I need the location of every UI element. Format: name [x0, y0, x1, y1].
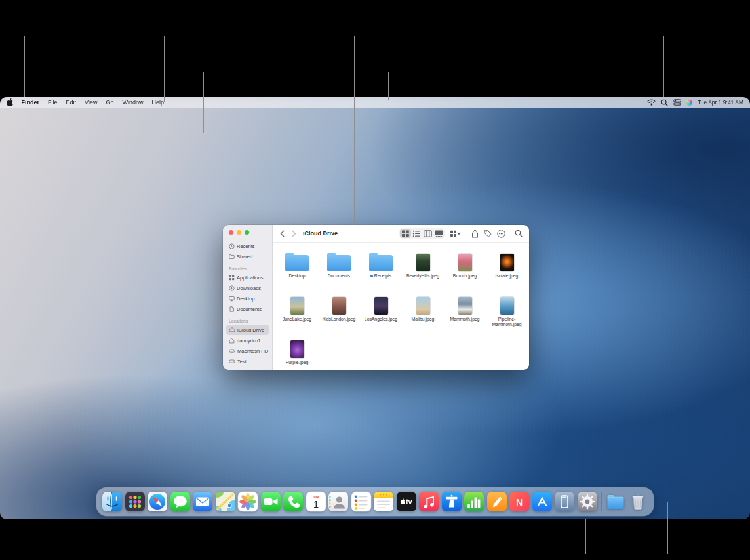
dock-right — [605, 491, 649, 512]
callout-line-5 — [388, 72, 389, 100]
view-list-button[interactable] — [411, 229, 422, 238]
share-button[interactable] — [471, 230, 479, 238]
view-columns-button[interactable] — [422, 229, 433, 238]
dock-keynote[interactable] — [441, 491, 462, 512]
menu-window[interactable]: Window — [118, 99, 148, 106]
dock-messages[interactable] — [170, 491, 191, 512]
dock-photos[interactable] — [237, 491, 258, 512]
menu-go[interactable]: Go — [102, 99, 118, 106]
more-button[interactable] — [497, 230, 505, 238]
sidebar-item-label: Documents — [237, 306, 262, 312]
siri-icon[interactable] — [686, 100, 692, 106]
dock-music[interactable] — [418, 491, 439, 512]
svg-text:Tue: Tue — [313, 495, 319, 499]
disk-icon — [229, 348, 235, 353]
file-grid: DesktopDocumentsReceiptsBeverlyHills.jpe… — [273, 243, 529, 370]
sidebar-item-desktop[interactable]: Desktop — [226, 293, 269, 304]
file-label: KidsLondon.jpeg — [323, 317, 356, 322]
file-losangeles-jpeg[interactable]: LosAngeles.jpeg — [360, 290, 402, 333]
folder-icon — [327, 255, 351, 271]
dock-trash[interactable] — [627, 491, 648, 512]
file-label: JuneLake.jpeg — [283, 317, 311, 322]
sidebar-item-dannyrico1[interactable]: dannyrico1 — [226, 335, 269, 346]
file-documents[interactable]: Documents — [318, 247, 360, 290]
apple-menu-icon[interactable] — [7, 98, 13, 106]
dock-numbers[interactable] — [464, 491, 484, 512]
close-button[interactable] — [229, 230, 233, 235]
dock-safari[interactable] — [147, 491, 168, 512]
dock-contacts[interactable] — [328, 491, 349, 512]
forward-button[interactable] — [291, 230, 297, 237]
file-pipeline-mammoth-jpeg[interactable]: Pipeline-Mammoth.jpeg — [486, 290, 528, 333]
dock-downloads[interactable] — [605, 491, 626, 512]
minimize-button[interactable] — [237, 230, 241, 235]
dock-notes[interactable] — [373, 491, 394, 512]
file-malibu-jpeg[interactable]: Malibu.jpeg — [402, 290, 444, 333]
toolbar-actions — [471, 230, 505, 238]
sidebar-item-label: dannyrico1 — [237, 338, 261, 344]
dock-mail[interactable] — [192, 491, 213, 512]
dock-finder[interactable] — [102, 491, 123, 512]
sidebar-item-icloud-drive[interactable]: iCloud Drive — [226, 325, 269, 335]
menu-bar: FinderFileEditViewGoWindowHelp Tue Apr 1… — [0, 97, 750, 108]
dock-iphone-mirroring[interactable] — [554, 491, 575, 512]
menu-view[interactable]: View — [81, 99, 102, 106]
applications-icon — [229, 275, 235, 281]
file-label: Isolate.jpeg — [496, 273, 519, 279]
dock-phone[interactable] — [283, 491, 304, 512]
control-center-icon[interactable] — [673, 99, 681, 106]
menu-help[interactable]: Help — [148, 99, 168, 106]
dock-tv[interactable]: tv — [396, 491, 417, 512]
menu-finder[interactable]: Finder — [17, 99, 44, 106]
dock-app-store[interactable] — [532, 491, 553, 512]
menu-file[interactable]: File — [44, 99, 62, 106]
spotlight-icon[interactable] — [661, 99, 668, 106]
toolbar-nav — [279, 230, 297, 237]
dock-reminders[interactable] — [351, 491, 372, 512]
file-desktop[interactable]: Desktop — [276, 247, 318, 290]
file-label: Mammoth.jpeg — [450, 317, 480, 322]
sidebar-item-label: Shared — [237, 254, 252, 260]
sidebar-item-test[interactable]: Test — [226, 356, 269, 367]
menu-edit[interactable]: Edit — [62, 99, 81, 106]
dock-maps[interactable] — [215, 491, 236, 512]
sidebar-item-downloads[interactable]: Downloads — [226, 283, 269, 293]
sidebar-item-documents[interactable]: Documents — [226, 304, 269, 314]
sidebar-item-macintosh-hd[interactable]: Macintosh HD — [226, 346, 269, 356]
search-button[interactable] — [515, 230, 523, 237]
image-thumbnail — [500, 254, 514, 271]
file-mammoth-jpeg[interactable]: Mammoth.jpeg — [444, 290, 486, 333]
menubar-status-area: Tue Apr 1 9:41 AM — [647, 99, 743, 106]
file-isolate-jpeg[interactable]: Isolate.jpeg — [486, 247, 528, 290]
dock-pages[interactable] — [486, 491, 507, 512]
view-gallery-button[interactable] — [433, 229, 444, 238]
dock-launchpad[interactable] — [125, 491, 146, 512]
file-kidslondon-jpeg[interactable]: KidsLondon.jpeg — [318, 290, 360, 333]
file-beverlyhills-jpeg[interactable]: BeverlyHills.jpeg — [402, 247, 444, 290]
sidebar-item-applications[interactable]: Applications — [226, 272, 269, 283]
sidebar-item-label: Recents — [237, 243, 255, 249]
menu-bar-clock[interactable]: Tue Apr 1 9:41 AM — [698, 99, 743, 106]
group-button[interactable] — [450, 230, 461, 237]
file-icon-wrap — [458, 247, 472, 271]
zoom-button[interactable] — [245, 230, 249, 235]
file-receipts[interactable]: Receipts — [360, 247, 402, 290]
dock-facetime[interactable] — [260, 491, 281, 512]
sidebar-item-shared[interactable]: Shared — [226, 251, 269, 262]
dock-system-settings[interactable] — [577, 491, 598, 512]
back-button[interactable] — [279, 230, 285, 237]
sidebar-item-recents[interactable]: Recents — [226, 241, 269, 251]
file-brunch-jpeg[interactable]: Brunch.jpeg — [444, 247, 486, 290]
view-icons-button[interactable] — [400, 229, 411, 238]
mac-screen: FinderFileEditViewGoWindowHelp Tue Apr 1… — [0, 97, 750, 519]
tag-button[interactable] — [484, 230, 492, 237]
view-mode-control — [399, 228, 445, 239]
file-junelake-jpeg[interactable]: JuneLake.jpeg — [276, 290, 318, 333]
sidebar-item-label: Test — [237, 359, 247, 365]
dock-calendar[interactable]: Tue1 — [306, 491, 326, 512]
document-icon — [229, 306, 235, 312]
wifi-icon[interactable] — [647, 99, 656, 106]
dock-news[interactable]: N — [509, 491, 530, 512]
finder-sidebar: RecentsSharedFavoritesApplicationsDownlo… — [223, 225, 273, 370]
file-purple-jpeg[interactable]: Purple.jpeg — [276, 333, 318, 370]
